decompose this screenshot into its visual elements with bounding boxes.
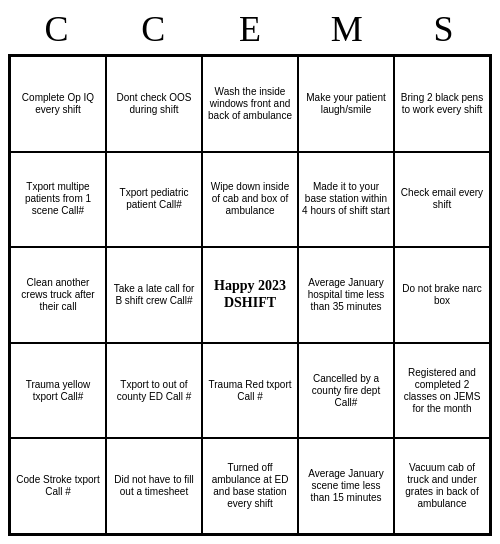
cell-0-4: Bring 2 black pens to work every shift: [394, 56, 490, 152]
cell-2-0: Clean another crews truck after their ca…: [10, 247, 106, 343]
cell-1-4: Check email every shift: [394, 152, 490, 248]
bingo-grid: Complete Op IQ every shiftDont check OOS…: [8, 54, 492, 536]
cell-3-4: Registered and completed 2 classes on JE…: [394, 343, 490, 439]
cell-2-2: Happy 2023 DSHIFT: [202, 247, 298, 343]
cell-2-1: Take a late call for B shift crew Call#: [106, 247, 202, 343]
cell-3-1: Txport to out of county ED Call #: [106, 343, 202, 439]
cell-4-2: Turned off ambulance at ED and base stat…: [202, 438, 298, 534]
cell-4-4: Vacuum cab of truck and under grates in …: [394, 438, 490, 534]
title-letter-m: M: [298, 8, 395, 50]
title-row: CCEMS: [8, 8, 492, 50]
cell-2-3: Average January hospital time less than …: [298, 247, 394, 343]
cell-1-1: Txport pediatric patient Call#: [106, 152, 202, 248]
cell-4-3: Average January scene time less than 15 …: [298, 438, 394, 534]
cell-1-0: Txport multipe patients from 1 scene Cal…: [10, 152, 106, 248]
cell-2-4: Do not brake narc box: [394, 247, 490, 343]
title-letter-e: E: [202, 8, 299, 50]
cell-1-3: Made it to your base station within 4 ho…: [298, 152, 394, 248]
cell-0-0: Complete Op IQ every shift: [10, 56, 106, 152]
title-letter-c: C: [8, 8, 105, 50]
cell-3-0: Trauma yellow txport Call#: [10, 343, 106, 439]
cell-1-2: Wipe down inside of cab and box of ambul…: [202, 152, 298, 248]
cell-3-3: Cancelled by a county fire dept Call#: [298, 343, 394, 439]
cell-0-3: Make your patient laugh/smile: [298, 56, 394, 152]
cell-3-2: Trauma Red txport Call #: [202, 343, 298, 439]
cell-4-1: Did not have to fill out a timesheet: [106, 438, 202, 534]
cell-4-0: Code Stroke txport Call #: [10, 438, 106, 534]
title-letter-s: S: [395, 8, 492, 50]
cell-0-2: Wash the inside windows front and back o…: [202, 56, 298, 152]
title-letter-c: C: [105, 8, 202, 50]
cell-0-1: Dont check OOS during shift: [106, 56, 202, 152]
